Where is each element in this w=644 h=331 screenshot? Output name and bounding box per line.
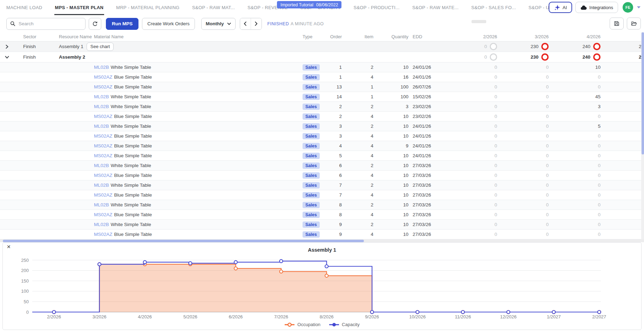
period-cell: 240: [555, 52, 601, 62]
x-axis-label: 11/2026: [455, 314, 471, 319]
material-code-link[interactable]: MS02AZ: [94, 232, 113, 237]
open-folder-button[interactable]: [627, 18, 641, 29]
material-code-link[interactable]: ML02B: [94, 124, 109, 129]
search-input[interactable]: [18, 21, 79, 27]
material-code-link[interactable]: MS02AZ: [94, 212, 113, 217]
material-code-link[interactable]: MS02AZ: [94, 192, 113, 198]
material-code-link[interactable]: ML02B: [94, 222, 109, 227]
material-code-link[interactable]: ML02B: [94, 202, 109, 207]
capacity-legend-marker-icon: [329, 323, 339, 327]
refresh-button[interactable]: [89, 18, 101, 30]
order-row[interactable]: MS02AZBlue Simple TableSales44924/01/260…: [0, 141, 644, 151]
material-code-link[interactable]: MS02AZ: [94, 133, 113, 139]
collapse-icon[interactable]: [5, 52, 9, 62]
column-header-sector[interactable]: Sector: [23, 32, 36, 41]
period-select-value: Monthly: [206, 21, 224, 26]
resource-row-assembly-2[interactable]: FinishAssembly 202302402: [0, 52, 644, 62]
column-header-quantity[interactable]: Quantity: [377, 32, 408, 41]
item-cell: 4: [345, 210, 373, 219]
nav-right: AI Integrations FE: [549, 2, 640, 13]
order-row[interactable]: MS02AZBlue Simple TableSales141624/01/26…: [0, 72, 644, 82]
horizontal-scrollbar-thumb[interactable]: [3, 240, 364, 242]
item-cell: 2: [345, 62, 373, 72]
material-code-link[interactable]: MS02AZ: [94, 143, 113, 148]
material-code-link[interactable]: ML02B: [94, 183, 109, 188]
see-chart-button[interactable]: See chart: [87, 42, 114, 51]
material-code-link[interactable]: MS02AZ: [94, 84, 113, 90]
order-row[interactable]: MS02AZBlue Simple TableSales741027/03/26…: [0, 190, 644, 200]
column-header-period-4-2026[interactable]: 4/2026: [558, 32, 601, 41]
material-code-link[interactable]: MS02AZ: [94, 114, 113, 119]
material-code-link[interactable]: ML02B: [94, 94, 109, 99]
order-cell: 2: [314, 102, 342, 111]
order-row[interactable]: ML02BWhite Simple TableSales14110015/02/…: [0, 92, 644, 102]
order-cell: 8: [314, 210, 342, 219]
item-cell: 1: [345, 92, 373, 101]
expand-icon[interactable]: [5, 41, 9, 52]
order-row[interactable]: MS02AZBlue Simple TableSales841027/03/26…: [0, 210, 644, 220]
tab-mrp-material-planning[interactable]: MRP - MATERIAL PLANNING: [116, 0, 179, 15]
column-header-period-2-2026[interactable]: 2/2026: [455, 32, 497, 41]
prev-period-button[interactable]: [240, 18, 251, 29]
legend-item-capacity[interactable]: Capacity: [329, 322, 360, 327]
tab-s-op-producti[interactable]: S&OP - PRODUCTI...: [353, 0, 400, 15]
save-button[interactable]: [610, 18, 624, 29]
order-row[interactable]: ML02BWhite Simple TableSales721027/03/26…: [0, 180, 644, 190]
tab-s-op-sales-fo[interactable]: S&OP - SALES FO...: [471, 0, 516, 15]
period-value: 0: [494, 65, 497, 70]
material-code-link[interactable]: ML02B: [94, 163, 109, 168]
order-row[interactable]: MS02AZBlue Simple TableSales341024/01/26…: [0, 131, 644, 141]
tab-mps-master-plan[interactable]: MPS - MASTER PLAN: [55, 0, 104, 15]
period-cell: 0: [558, 82, 601, 92]
ai-button[interactable]: AI: [549, 2, 572, 13]
tab-s-op-raw-mate[interactable]: S&OP - RAW MATE...: [412, 0, 459, 15]
material-code-link[interactable]: MS02AZ: [94, 74, 113, 80]
order-row[interactable]: MS02AZBlue Simple TableSales541024/01/26…: [0, 151, 644, 161]
run-mps-button[interactable]: Run MPS: [106, 18, 138, 30]
integrations-button[interactable]: Integrations: [575, 2, 618, 13]
order-row[interactable]: ML02BWhite Simple TableSales321024/01/26…: [0, 121, 644, 131]
vertical-scrollbar-thumb[interactable]: [642, 32, 644, 154]
material-code-link[interactable]: ML02B: [94, 65, 109, 70]
order-row[interactable]: MS02AZBlue Simple TableSales641027/03/26…: [0, 171, 644, 180]
column-header-edd[interactable]: EDD: [413, 32, 422, 41]
period-select[interactable]: Monthly: [201, 18, 236, 30]
resource-row-assembly-1[interactable]: FinishAssembly 1See chart02302402: [0, 41, 644, 52]
material-code-link[interactable]: MS02AZ: [94, 153, 113, 158]
order-row[interactable]: MS02AZBlue Simple TableSales941027/03/26…: [0, 230, 644, 239]
vertical-scrollbar: [641, 32, 644, 239]
legend-item-occupation[interactable]: Occupation: [284, 322, 320, 327]
create-work-orders-button[interactable]: Create Work Orders: [142, 18, 195, 30]
order-row[interactable]: ML02BWhite Simple TableSales22323/02/260…: [0, 102, 644, 112]
column-header-period-3-2026[interactable]: 3/2026: [507, 32, 549, 41]
period-value: 230: [530, 44, 538, 49]
order-row[interactable]: MS02AZBlue Simple TableSales13110026/07/…: [0, 82, 644, 92]
column-header-item[interactable]: Item: [342, 32, 373, 41]
tab-s-op-raw-mat[interactable]: S&OP - RAW MAT...: [192, 0, 235, 15]
next-period-button[interactable]: [251, 18, 262, 29]
column-header-order[interactable]: Order: [310, 32, 342, 41]
order-row[interactable]: ML02BWhite Simple TableSales921027/03/26…: [0, 220, 644, 230]
chevron-down-icon[interactable]: [637, 6, 640, 8]
order-cell: 9: [314, 220, 342, 229]
edd-cell: 27/03/26: [413, 220, 431, 229]
order-row[interactable]: ML02BWhite Simple TableSales621027/03/26…: [0, 161, 644, 171]
item-cell: 4: [345, 141, 373, 151]
material-code-link[interactable]: ML02B: [94, 104, 109, 109]
material-name: White Simple Table: [111, 163, 151, 168]
order-row[interactable]: MS02AZBlue Simple TableSales241023/02/26…: [0, 112, 644, 121]
material-cell: ML02BWhite Simple Table: [94, 180, 151, 190]
item-cell: 2: [345, 121, 373, 131]
material-code-link[interactable]: MS02AZ: [94, 173, 113, 178]
column-header-resource-name[interactable]: Resource Name: [59, 32, 92, 41]
tab-machine-load[interactable]: MACHINE LOAD: [6, 0, 42, 15]
order-row[interactable]: ML02BWhite Simple TableSales821027/03/26…: [0, 200, 644, 210]
quantity-cell: 10: [377, 220, 408, 229]
material-cell: MS02AZBlue Simple Table: [94, 131, 152, 141]
material-cell: MS02AZBlue Simple Table: [94, 210, 152, 219]
column-header-material-name[interactable]: Material Name: [94, 32, 124, 41]
period-cell: 0: [507, 210, 549, 219]
order-row[interactable]: ML02BWhite Simple TableSales121024/01/26…: [0, 62, 644, 72]
period-cell: 0: [507, 62, 549, 72]
avatar[interactable]: FE: [623, 2, 633, 13]
